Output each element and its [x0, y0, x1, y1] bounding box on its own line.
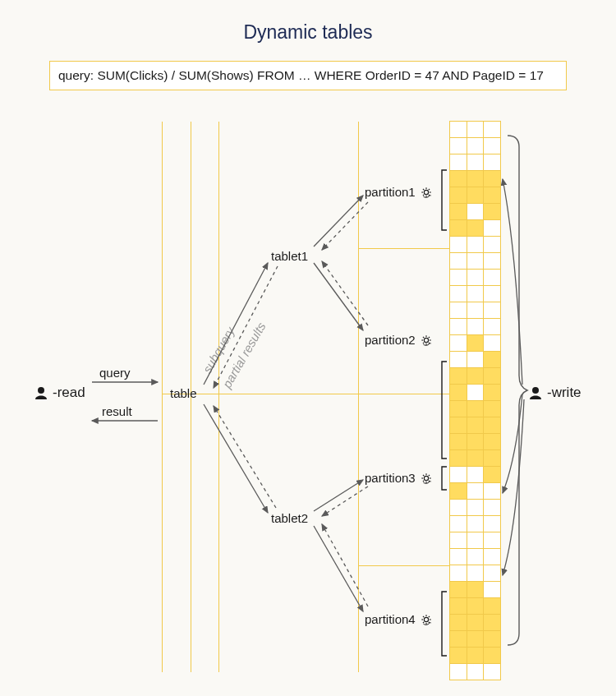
table-cell [483, 515, 501, 532]
table-cell [483, 285, 501, 302]
svg-line-51 [322, 524, 368, 606]
table-row [450, 631, 501, 648]
table-cell [483, 236, 501, 253]
svg-line-50 [314, 526, 363, 611]
table-cell [449, 367, 467, 385]
table-cell [467, 154, 485, 171]
table-cell [467, 219, 485, 237]
table-cell [467, 548, 485, 565]
table-cell [483, 170, 501, 187]
table-row [450, 253, 501, 270]
table-cell [483, 449, 501, 467]
table-row [450, 664, 501, 680]
table-cell [449, 515, 467, 532]
table-cell [449, 499, 467, 516]
table-row [450, 368, 501, 385]
table-cell [467, 515, 485, 532]
table-row [450, 450, 501, 467]
table-cell [449, 236, 467, 253]
svg-line-46 [314, 263, 363, 330]
table-cell [449, 137, 467, 154]
table-row [450, 434, 501, 450]
table-cell [449, 614, 467, 631]
table-cell [467, 137, 485, 154]
table-row [450, 171, 501, 187]
table-cell [483, 433, 501, 450]
table-cell [467, 482, 485, 500]
table-cell [483, 334, 501, 352]
table-cell [449, 663, 467, 680]
table-cell [449, 417, 467, 434]
table-row [450, 401, 501, 417]
table-cell [467, 367, 485, 385]
table-cell [483, 417, 501, 434]
arrows-svg [0, 0, 616, 696]
table-cell [467, 565, 485, 582]
table-cell [483, 269, 501, 286]
table-cell [467, 121, 485, 138]
table-row [450, 648, 501, 664]
table-row [450, 549, 501, 565]
svg-line-42 [204, 404, 268, 513]
table-cell [449, 203, 467, 220]
table-cell [449, 548, 467, 565]
table-cell [467, 581, 485, 598]
table-cell [449, 433, 467, 450]
table-row [450, 483, 501, 500]
table-row [450, 467, 501, 483]
table-cell [449, 482, 467, 500]
table-cell [467, 647, 485, 664]
table-cell [483, 203, 501, 220]
table-cell [467, 236, 485, 253]
table-cell [483, 597, 501, 615]
svg-line-45 [322, 202, 368, 250]
table-cell [467, 351, 485, 368]
table-cell [483, 581, 501, 598]
table-cell [449, 400, 467, 417]
table-cell [483, 121, 501, 138]
table-cell [467, 532, 485, 549]
table-cell [449, 384, 467, 401]
table-cell [449, 630, 467, 648]
svg-line-40 [204, 263, 268, 385]
table-row [450, 532, 501, 549]
svg-line-48 [314, 480, 363, 511]
table-cell [449, 170, 467, 187]
table-row [450, 122, 501, 138]
table-cell [483, 400, 501, 417]
table-cell [483, 187, 501, 204]
table-cell [449, 252, 467, 270]
table-cell [483, 252, 501, 270]
table-cell [467, 614, 485, 631]
table-cell [467, 400, 485, 417]
table-row [450, 582, 501, 598]
table-cell [449, 302, 467, 319]
table-row [450, 154, 501, 171]
table-cell [483, 351, 501, 368]
table-cell [467, 663, 485, 680]
svg-line-41 [214, 266, 278, 388]
table-cell [449, 466, 467, 483]
table-cell [449, 154, 467, 171]
table-cell [483, 499, 501, 516]
table-cell [483, 565, 501, 582]
data-column-table [450, 122, 501, 680]
table-cell [467, 252, 485, 270]
table-row [450, 302, 501, 319]
table-cell [483, 663, 501, 680]
table-cell [483, 630, 501, 648]
table-row [450, 237, 501, 253]
table-row [450, 187, 501, 204]
table-cell [467, 170, 485, 187]
table-cell [449, 285, 467, 302]
table-row [450, 516, 501, 532]
table-cell [483, 466, 501, 483]
table-cell [483, 384, 501, 401]
table-cell [467, 449, 485, 467]
svg-line-43 [214, 406, 276, 508]
table-cell [449, 449, 467, 467]
table-row [450, 220, 501, 237]
table-row [450, 417, 501, 434]
table-cell [483, 647, 501, 664]
table-cell [467, 417, 485, 434]
